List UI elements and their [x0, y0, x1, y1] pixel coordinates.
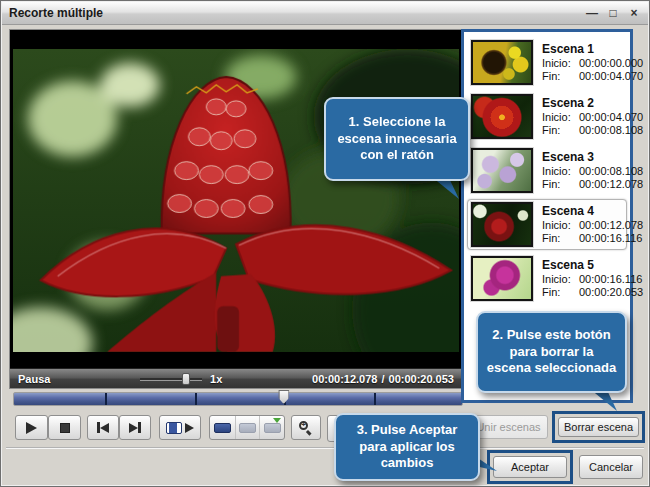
scene-list-item[interactable]: Escena 2 Inicio:00:00:04.070 Fin:00:00:0…	[467, 91, 627, 142]
scene-title: Escena 4	[542, 204, 643, 218]
total-time: 00:00:20.053	[389, 373, 454, 385]
minimize-button[interactable]: —	[585, 6, 599, 20]
window-title: Recorte múltiple	[9, 6, 103, 20]
callout-step-3: 3. Pulse Aceptar para aplicar los cambio…	[334, 413, 480, 481]
scene-end-time: 00:00:08.108	[579, 124, 643, 137]
callout-step-2-text: 2. Pulse este botón para borrar la escen…	[486, 327, 617, 378]
play-button[interactable]	[15, 415, 48, 440]
scene-start-time: 00:00:08.108	[579, 165, 643, 178]
borrar-escena-button[interactable]: Borrar escena	[558, 417, 639, 437]
scene-end-label: Fin:	[542, 178, 579, 191]
scene-start-time: 00:00:00.000	[579, 57, 643, 70]
timeline-slider[interactable]	[13, 392, 463, 406]
frame-step-button[interactable]	[159, 415, 201, 440]
trim-start-icon	[214, 423, 231, 433]
trim-start-button[interactable]	[210, 416, 235, 439]
speed-slider[interactable]	[140, 372, 202, 386]
scene-title: Escena 1	[542, 42, 643, 56]
split-scene-button[interactable]	[259, 416, 284, 439]
video-preview-torch-ginger	[13, 49, 459, 352]
timeline-scene-marker	[374, 393, 376, 405]
playback-status: Pausa	[18, 373, 50, 385]
aceptar-highlight: Aceptar	[487, 450, 573, 484]
scene-title: Escena 5	[542, 258, 643, 272]
titlebar[interactable]: Recorte múltiple — □ ×	[2, 2, 648, 25]
playback-statusbar: Pausa 1x 00:00:12.078/00:00:20.053	[10, 368, 462, 388]
borrar-escena-highlight: Borrar escena	[552, 411, 645, 443]
time-separator: /	[381, 373, 384, 385]
time-display: 00:00:12.078/00:00:20.053	[312, 373, 454, 385]
scene-end-time: 00:00:04.070	[579, 70, 643, 83]
video-player: Pausa 1x 00:00:12.078/00:00:20.053	[9, 29, 463, 389]
timeline-scene-marker	[105, 393, 107, 405]
trim-tools-group	[209, 415, 285, 440]
footer-divider	[6, 447, 644, 449]
scene-list-item[interactable]: Escena 1 Inicio:00:00:00.000 Fin:00:00:0…	[467, 37, 627, 88]
close-button[interactable]: ×	[627, 6, 641, 20]
video-frame-flower-illustration	[13, 49, 459, 352]
cancelar-button[interactable]: Cancelar	[579, 455, 643, 479]
scene-end-label: Fin:	[542, 124, 579, 137]
previous-frame-button[interactable]	[87, 415, 119, 440]
scene-start-label: Inicio:	[542, 219, 579, 232]
speed-slider-handle[interactable]	[182, 373, 190, 385]
dialog-recorte-multiple: Recorte múltiple — □ ×	[0, 0, 650, 487]
split-scene-icon	[264, 423, 281, 433]
scene-start-label: Inicio:	[542, 273, 579, 286]
aceptar-button[interactable]: Aceptar	[493, 456, 567, 478]
scene-end-time: 00:00:16.116	[579, 232, 643, 245]
maximize-button[interactable]: □	[606, 6, 620, 20]
scene-start-label: Inicio:	[542, 57, 579, 70]
scene-end-label: Fin:	[542, 232, 579, 245]
callout-step-1-text: 1. Seleccione la escena innecesaria con …	[334, 114, 460, 165]
scene-start-time: 00:00:16.116	[579, 273, 643, 286]
scene-title: Escena 2	[542, 96, 643, 110]
scene-start-label: Inicio:	[542, 111, 579, 124]
stop-icon	[60, 423, 70, 433]
stop-button[interactable]	[48, 415, 81, 440]
scene-title: Escena 3	[542, 150, 643, 164]
timeline-handle[interactable]	[278, 390, 289, 404]
scene-end-time: 00:00:12.078	[579, 178, 643, 191]
speed-value: 1x	[210, 373, 222, 385]
scene-list-item[interactable]: Escena 4 Inicio:00:00:12.078 Fin:00:00:1…	[467, 199, 627, 250]
video-screen	[11, 31, 461, 368]
orchid-thumbnail	[471, 256, 533, 301]
scene-end-time: 00:00:20.053	[579, 286, 643, 299]
zoom-button[interactable]: +	[291, 415, 321, 440]
trim-end-button[interactable]	[235, 416, 260, 439]
scene-end-label: Fin:	[542, 286, 579, 299]
scene-start-time: 00:00:12.078	[579, 219, 643, 232]
callout-step-2: 2. Pulse este botón para borrar la escen…	[476, 311, 627, 393]
unir-escenas-button[interactable]: Unir escenas	[469, 415, 548, 439]
foxglove-thumbnail	[471, 148, 533, 193]
zoom-in-icon: +	[299, 421, 313, 435]
scene-start-time: 00:00:04.070	[579, 111, 643, 124]
scene-end-label: Fin:	[542, 70, 579, 83]
torch-ginger-thumbnail	[471, 202, 533, 247]
frame-step-film-icon	[166, 422, 182, 434]
current-time: 00:00:12.078	[312, 373, 377, 385]
trim-end-icon	[239, 423, 256, 433]
scene-list: Escena 1 Inicio:00:00:00.000 Fin:00:00:0…	[467, 37, 627, 304]
scene-start-label: Inicio:	[542, 165, 579, 178]
callout-step-3-text: 3. Pulse Aceptar para aplicar los cambio…	[344, 422, 470, 473]
hibiscus-thumbnail	[471, 94, 533, 139]
callout-step-1: 1. Seleccione la escena innecesaria con …	[324, 97, 470, 181]
speed-slider-track	[140, 378, 202, 381]
sunflower-thumbnail	[471, 40, 533, 85]
scene-list-item[interactable]: Escena 5 Inicio:00:00:16.116 Fin:00:00:2…	[467, 253, 627, 304]
next-frame-button[interactable]	[119, 415, 151, 440]
play-icon	[26, 422, 37, 434]
next-frame-icon	[129, 423, 138, 433]
timeline-scene-marker	[195, 393, 197, 405]
scene-list-item[interactable]: Escena 3 Inicio:00:00:08.108 Fin:00:00:1…	[467, 145, 627, 196]
